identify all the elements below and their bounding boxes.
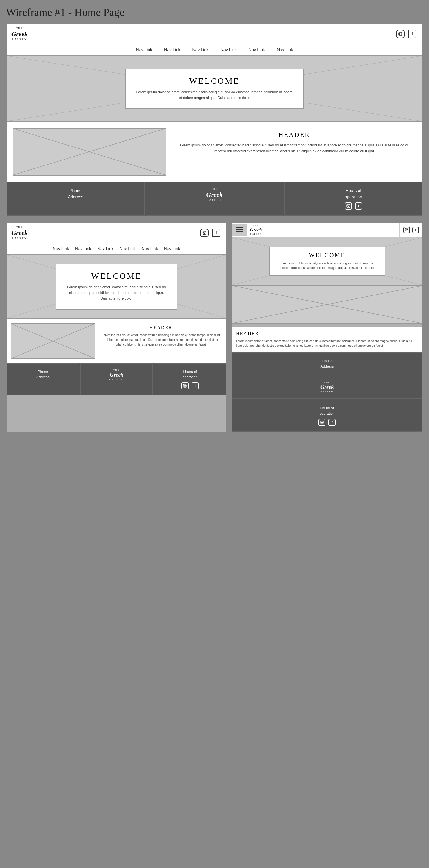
svg-point-9 bbox=[349, 205, 349, 205]
tablet-hero-text: Lorem ipsum dolor sit amet, consectetur … bbox=[65, 284, 167, 302]
tablet-footer-greek: Greek bbox=[84, 372, 150, 378]
footer-hours-label: Hours ofoperation bbox=[288, 188, 419, 200]
tablet-nav-link-3[interactable]: Nav Link bbox=[97, 246, 113, 251]
mobile-footer-social: f bbox=[235, 418, 419, 426]
svg-point-28 bbox=[321, 422, 323, 423]
footer-hours-col: Hours ofoperation f bbox=[284, 182, 423, 216]
svg-point-18 bbox=[184, 385, 186, 386]
nav-link-6[interactable]: Nav Link bbox=[277, 48, 293, 52]
footer-phone-label: PhoneAddress bbox=[10, 188, 141, 200]
tablet-facebook-icon[interactable]: f bbox=[212, 229, 220, 237]
footer-instagram-icon[interactable] bbox=[345, 203, 352, 210]
tablet-logo-eatery: EATERY bbox=[11, 237, 28, 240]
footer-facebook-icon[interactable]: f bbox=[355, 203, 362, 210]
tablet-nav-link-6[interactable]: Nav Link bbox=[164, 246, 180, 251]
footer-logo-eatery: EATERY bbox=[149, 198, 280, 202]
facebook-icon[interactable]: f bbox=[408, 30, 417, 38]
mobile-social-icons: f bbox=[400, 225, 423, 235]
mobile-header: THE Greek EATERY f bbox=[232, 223, 423, 237]
mobile-content-section bbox=[232, 285, 423, 324]
mobile-wireframe: THE Greek EATERY f bbox=[231, 222, 423, 432]
mobile-logo-text: THE Greek EATERY bbox=[250, 224, 262, 235]
footer-phone-address: PhoneAddress bbox=[6, 182, 145, 216]
mobile-content-header: HEADER bbox=[236, 331, 418, 336]
hamburger-line-1 bbox=[236, 227, 243, 228]
mobile-footer-logo: THE Greek EATERY bbox=[232, 376, 423, 399]
svg-rect-20 bbox=[405, 228, 408, 231]
mobile-footer-greek: Greek bbox=[235, 384, 419, 391]
social-icons-header: f bbox=[390, 24, 423, 44]
tablet-footer-phone: PhoneAddress bbox=[6, 363, 79, 395]
tablet-nav-link-4[interactable]: Nav Link bbox=[119, 246, 135, 251]
content-text-box: HEADER Lorem ipsum dolor sit amet, conse… bbox=[172, 128, 417, 176]
svg-rect-7 bbox=[347, 204, 350, 208]
tablet-content-image bbox=[11, 323, 95, 359]
tablet-nav-link-2[interactable]: Nav Link bbox=[75, 246, 91, 251]
tablet-footer-social: f bbox=[157, 382, 223, 390]
tablet-nav-link-5[interactable]: Nav Link bbox=[142, 246, 158, 251]
logo-eatery: EATERY bbox=[11, 38, 28, 41]
tablet-nav: Nav Link Nav Link Nav Link Nav Link Nav … bbox=[6, 243, 226, 255]
mobile-facebook-icon[interactable]: f bbox=[412, 227, 419, 233]
tablet-logo-greek: Greek bbox=[11, 229, 28, 237]
desktop-wireframe: THE Greek EATERY f Nav Link Nav Link Nav… bbox=[6, 23, 423, 216]
tablet-header: THE Greek EATERY f bbox=[6, 223, 226, 243]
logo-the: THE bbox=[11, 27, 28, 30]
mobile-hero: WELCOME Lorem ipsum dolor sit amet, cons… bbox=[232, 237, 423, 285]
svg-point-1 bbox=[399, 33, 401, 35]
nav-link-4[interactable]: Nav Link bbox=[220, 48, 237, 52]
hamburger-line-3 bbox=[236, 231, 243, 232]
tablet-footer-hours-label: Hours ofoperation bbox=[157, 369, 223, 380]
mobile-content-image bbox=[232, 285, 423, 324]
mobile-content-text: Lorem ipsum dolor sit amet, consectetur … bbox=[236, 339, 418, 348]
hamburger-button[interactable] bbox=[232, 224, 247, 236]
page-title: Wireframe #1 - Home Page bbox=[6, 6, 423, 19]
hamburger-line-2 bbox=[236, 229, 243, 230]
mobile-footer-logo-text: THE Greek EATERY bbox=[235, 382, 419, 393]
tablet-footer-facebook-icon[interactable]: f bbox=[191, 382, 199, 390]
footer-logo-greek: Greek bbox=[149, 191, 280, 198]
svg-rect-27 bbox=[321, 421, 324, 424]
tablet-footer-hours: Hours ofoperation f bbox=[154, 363, 226, 395]
desktop-header: THE Greek EATERY f bbox=[6, 24, 423, 44]
nav-link-2[interactable]: Nav Link bbox=[164, 48, 180, 52]
svg-rect-0 bbox=[399, 32, 402, 36]
logo-greek: Greek bbox=[11, 30, 28, 38]
svg-point-8 bbox=[347, 205, 349, 207]
tablet-hero: WELCOME Lorem ipsum dolor sit amet, cons… bbox=[6, 255, 226, 318]
tablet-nav-link-1[interactable]: Nav Link bbox=[53, 246, 69, 251]
nav-link-5[interactable]: Nav Link bbox=[248, 48, 265, 52]
nav-link-3[interactable]: Nav Link bbox=[192, 48, 209, 52]
mobile-logo-greek: Greek bbox=[250, 227, 262, 232]
instagram-icon[interactable] bbox=[396, 30, 404, 38]
tablet-hero-title: WELCOME bbox=[65, 271, 167, 281]
content-image bbox=[12, 128, 166, 176]
mobile-footer: PhoneAddress THE Greek EATERY Hours ofop… bbox=[232, 352, 423, 432]
desktop-content-section: HEADER Lorem ipsum dolor sit amet, conse… bbox=[6, 121, 423, 182]
header-spacer bbox=[48, 24, 390, 44]
mobile-footer-phone-label: PhoneAddress bbox=[235, 359, 419, 369]
tablet-footer-phone-label: PhoneAddress bbox=[10, 369, 76, 380]
tablet-footer-instagram-icon[interactable] bbox=[181, 382, 188, 390]
svg-point-22 bbox=[407, 229, 407, 229]
mobile-footer-eatery: EATERY bbox=[235, 391, 419, 393]
mobile-instagram-icon[interactable] bbox=[403, 227, 410, 233]
footer-social-icons: f bbox=[288, 203, 419, 210]
responsive-wireframes-section: THE Greek EATERY f bbox=[6, 222, 423, 432]
nav-link-1[interactable]: Nav Link bbox=[136, 48, 152, 52]
tablet-content-text-box: HEADER Lorem ipsum dolor sit amet, conse… bbox=[100, 323, 222, 359]
tablet-instagram-icon[interactable] bbox=[200, 229, 209, 237]
mobile-footer-facebook-icon[interactable]: f bbox=[329, 418, 336, 426]
footer-logo: THE Greek EATERY bbox=[149, 188, 280, 202]
tablet-footer-logo-text: THE Greek EATERY bbox=[84, 369, 150, 381]
tablet-logo: THE Greek EATERY bbox=[11, 226, 28, 240]
desktop-nav: Nav Link Nav Link Nav Link Nav Link Nav … bbox=[6, 44, 423, 56]
svg-point-2 bbox=[401, 33, 402, 33]
tablet-footer: PhoneAddress THE Greek EATERY Hours ofop… bbox=[6, 363, 226, 395]
hero-title: WELCOME bbox=[134, 76, 295, 86]
tablet-social-icons: f bbox=[194, 223, 226, 243]
desktop-footer: PhoneAddress THE Greek EATERY Hours ofop… bbox=[6, 182, 423, 216]
mobile-footer-instagram-icon[interactable] bbox=[318, 418, 326, 426]
tablet-content-text: Lorem ipsum dolor sit amet, consectetur … bbox=[101, 333, 220, 347]
svg-point-21 bbox=[406, 229, 407, 230]
